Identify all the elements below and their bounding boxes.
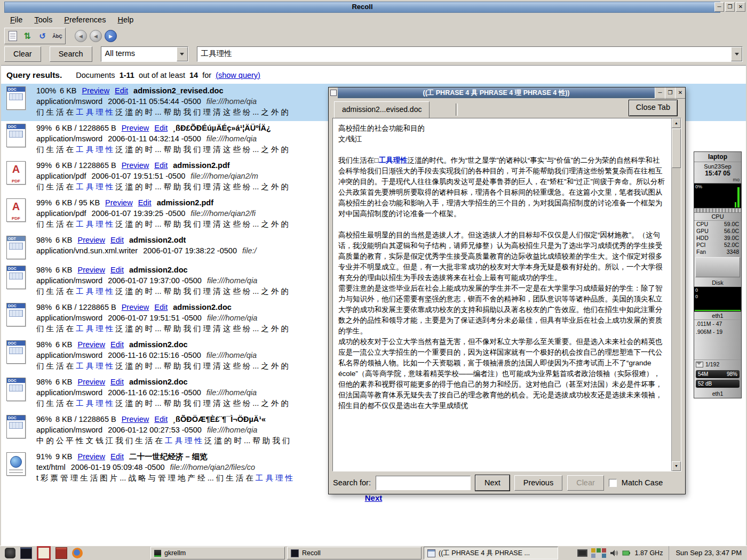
scroll-up-icon[interactable]: ▲ xyxy=(672,118,681,128)
menu-file[interactable]: File xyxy=(4,14,28,26)
taskbar-clock[interactable]: Sun Sep 23, 3:47 PM xyxy=(669,546,742,560)
next-page-button[interactable]: ▶ xyxy=(104,29,117,43)
scroll-down-icon[interactable]: ▼ xyxy=(672,461,681,471)
scrollbar-track[interactable] xyxy=(672,128,681,461)
preview-link[interactable]: Preview xyxy=(77,452,105,461)
sensor-value: 52.0C xyxy=(724,242,739,249)
chevron-down-icon[interactable] xyxy=(731,47,742,61)
minimize-button[interactable]: ─ xyxy=(714,2,724,12)
edit-link[interactable]: Edit xyxy=(154,303,168,311)
gkrellm-sensor-row: PCI52.0C xyxy=(694,242,741,249)
next-page-link[interactable]: Next xyxy=(365,493,383,502)
sensor-label: HDD xyxy=(696,235,709,242)
edit-link[interactable]: Edit xyxy=(110,378,124,386)
sensor-label: CPU xyxy=(696,221,708,228)
tray-icon[interactable] xyxy=(591,554,595,558)
preview-tab[interactable]: admission2...evised.doc xyxy=(334,101,430,118)
edit-link[interactable]: Edit xyxy=(154,124,168,132)
preview-link[interactable]: Preview xyxy=(77,236,105,244)
find-previous-button[interactable]: Previous xyxy=(514,475,562,491)
taskbar-task-button[interactable]: ((工 PHRASE 4 具 PHRASE ... xyxy=(424,547,558,559)
circular-arrow-icon: ↺ xyxy=(39,31,46,41)
edit-link[interactable]: Edit xyxy=(110,236,124,244)
preview-search-bar: Search for: Next Previous Clear Match Ca… xyxy=(333,475,681,491)
taskbar-task-button[interactable]: gkrellm xyxy=(150,547,285,559)
result-size: 6 KB / 1228865 B xyxy=(55,161,116,170)
tray-icon[interactable] xyxy=(597,548,601,553)
preview-titlebar[interactable]: ((工 PHRASE 4 具 PHRASE 4 理 PHRASE 4 性)) ─… xyxy=(329,87,685,98)
sort-button[interactable]: ⇅ xyxy=(21,29,34,43)
preview-search-input[interactable] xyxy=(376,476,471,490)
edit-link[interactable]: Edit xyxy=(138,198,152,207)
maximize-button[interactable]: ❐ xyxy=(725,2,735,12)
terminal-launcher-icon[interactable] xyxy=(20,547,32,559)
first-page-button[interactable]: ◀ xyxy=(74,29,88,43)
menu-help[interactable]: Help xyxy=(112,14,139,26)
preview-link[interactable]: Preview xyxy=(77,378,105,386)
firefox-icon[interactable] xyxy=(72,548,83,558)
close-button[interactable]: ✕ xyxy=(675,87,685,99)
close-button[interactable]: ✕ xyxy=(736,2,745,12)
tray-icon[interactable] xyxy=(602,548,606,553)
taskbar-task-button[interactable]: Recoll xyxy=(287,547,422,559)
find-clear-button[interactable]: Clear xyxy=(567,475,604,491)
show-query-link[interactable]: (show query) xyxy=(216,71,260,79)
results-total: 14 xyxy=(189,71,198,79)
tray-icon[interactable] xyxy=(602,554,606,558)
tray-icon[interactable] xyxy=(591,548,595,553)
preview-link[interactable]: Preview xyxy=(105,198,133,207)
preview-link[interactable]: Preview xyxy=(77,340,105,349)
maximize-button[interactable]: ❐ xyxy=(665,87,675,99)
document-preview-button[interactable] xyxy=(6,29,19,43)
gkrellm-meter-panel xyxy=(695,257,740,277)
find-next-button[interactable]: Next xyxy=(475,475,510,491)
edit-link[interactable]: Edit xyxy=(110,340,124,349)
gkrellm-spacer xyxy=(694,336,741,359)
term-explorer-button[interactable]: ÂbÇ xyxy=(51,29,64,43)
tray-icon[interactable] xyxy=(597,554,601,558)
result-size: 6 KB xyxy=(55,378,72,386)
previous-page-button[interactable]: ◀ xyxy=(89,29,102,43)
edit-link[interactable]: Edit xyxy=(154,161,168,170)
package-launcher-icon[interactable] xyxy=(55,547,67,559)
minimize-button[interactable]: ─ xyxy=(655,87,665,99)
close-tab-button[interactable]: Close Tab xyxy=(629,100,678,116)
volume-icon[interactable] xyxy=(610,549,618,557)
results-count-mid: out of at least xyxy=(139,71,185,79)
clear-button[interactable]: Clear xyxy=(4,46,41,62)
menu-tools[interactable]: Tools xyxy=(28,14,58,26)
query-input[interactable]: 工具理性 xyxy=(197,46,743,62)
scrollbar-thumb[interactable] xyxy=(672,129,681,168)
chevron-down-icon[interactable] xyxy=(177,47,188,61)
edit-link[interactable]: Edit xyxy=(115,86,128,95)
query-results-title: Query results. xyxy=(6,70,62,79)
gkrellm-volume-bar[interactable]: 52 dB xyxy=(696,380,740,388)
gkrellm-memory-bar[interactable]: 54M 98% xyxy=(696,370,740,378)
preview-link[interactable]: Preview xyxy=(122,303,149,311)
menu-preferences[interactable]: Preferences xyxy=(58,14,112,26)
preview-link[interactable]: Preview xyxy=(82,86,110,95)
edit-link[interactable]: Edit xyxy=(110,452,124,461)
preview-link[interactable]: Preview xyxy=(122,161,149,170)
result-mime: application/msword xyxy=(36,276,102,285)
gkrellm-monitor[interactable]: laptop Sun23Sep 15:47 05 mo 0% CPU CPU59… xyxy=(694,151,742,398)
results-range: 1-11 xyxy=(120,71,134,79)
history-button[interactable]: ↺ xyxy=(36,29,49,43)
preview-link[interactable]: Preview xyxy=(122,124,149,132)
main-titlebar[interactable]: Recoll xyxy=(4,2,720,13)
search-mode-value: All terms xyxy=(101,47,177,61)
edit-link[interactable]: Edit xyxy=(154,415,168,423)
match-case-checkbox[interactable] xyxy=(609,479,617,487)
preview-scrollbar[interactable]: ▲ ▼ xyxy=(671,118,681,471)
keyboard-tray-icon[interactable] xyxy=(577,549,587,557)
display-launcher-icon[interactable] xyxy=(37,546,51,560)
result-score: 98% xyxy=(36,266,52,274)
edit-link[interactable]: Edit xyxy=(110,266,124,274)
search-button[interactable]: Search xyxy=(50,46,92,62)
preview-link[interactable]: Preview xyxy=(122,415,149,423)
search-mode-select[interactable]: All terms xyxy=(101,46,188,62)
preview-text[interactable]: 高校招生的社会功能和目的文/钱江我们生活在□工具理性泛滥的时代。作为“世之显学”… xyxy=(333,118,671,471)
app-menu-icon[interactable] xyxy=(5,548,15,558)
preview-link[interactable]: Preview xyxy=(77,266,105,274)
tray-icons[interactable] xyxy=(591,548,606,558)
